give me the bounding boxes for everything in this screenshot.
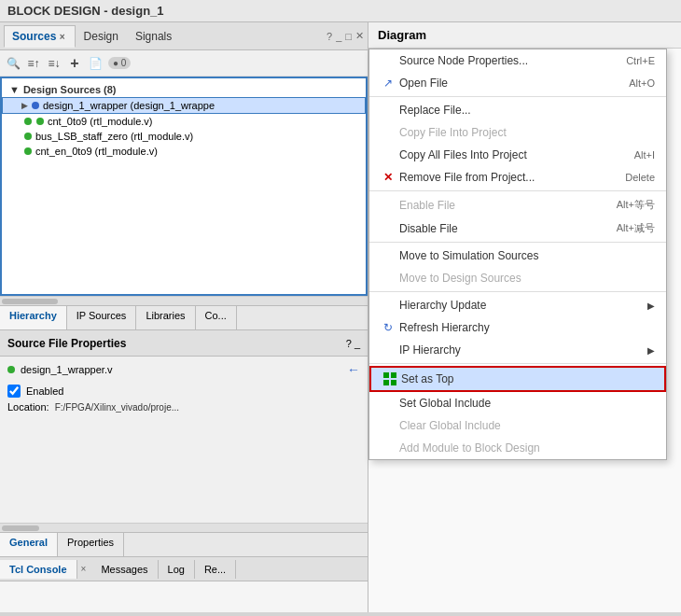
remove-icon: ✕: [381, 171, 396, 184]
expand-icon[interactable]: ≡↓: [47, 56, 62, 71]
prop-scrollbar-thumb[interactable]: [2, 525, 39, 531]
horizontal-scrollbar[interactable]: [0, 296, 368, 305]
prop-tabs: General Properties: [0, 532, 368, 556]
refresh-icon: ↻: [381, 321, 396, 334]
left-panel: Sources × Design Signals ? _ □ ✕ 🔍 ≡↑ ≡↓…: [0, 22, 368, 612]
menu-open-file[interactable]: ↗ Open File Alt+O: [369, 72, 666, 94]
title-bar: BLOCK DESIGN - design_1: [0, 0, 681, 22]
tab-sources-close[interactable]: ×: [60, 32, 65, 42]
set-as-top-icon: [382, 372, 397, 385]
context-menu: Source Node Properties... Ctrl+E ↗ Open …: [368, 49, 667, 460]
prop-scrollbar[interactable]: [0, 523, 368, 532]
minimize-icon[interactable]: _: [336, 31, 341, 42]
prop-filename: design_1_wrapper.v: [21, 364, 112, 375]
tab-actions: ? _ □ ✕: [327, 30, 364, 42]
chevron-down-icon: ▼: [9, 84, 20, 95]
tree-item-cnt0to9[interactable]: cnt_0to9 (rtl_module.v): [2, 114, 366, 129]
tab-general[interactable]: General: [0, 533, 58, 556]
file-icon[interactable]: 📄: [88, 56, 103, 71]
scrollbar-thumb[interactable]: [2, 299, 58, 304]
svg-rect-3: [391, 380, 396, 385]
menu-hierarchy-update[interactable]: Hierarchy Update ▶: [369, 294, 666, 316]
menu-ip-hierarchy[interactable]: IP Hierarchy ▶: [369, 339, 666, 361]
enabled-checkbox[interactable]: [7, 385, 21, 398]
tree-item-label: bus_LSB_staff_zero (rtl_module.v): [35, 131, 193, 142]
submenu-arrow-icon: ▶: [647, 301, 655, 311]
add-icon[interactable]: +: [67, 56, 82, 71]
tab-co[interactable]: Co...: [196, 306, 237, 329]
tab-design[interactable]: Design: [76, 25, 127, 48]
back-arrow-icon[interactable]: ←: [347, 362, 360, 377]
tab-messages[interactable]: Messages: [91, 560, 158, 579]
tree-item-buslsb[interactable]: bus_LSB_staff_zero (rtl_module.v): [2, 129, 366, 144]
enabled-label: Enabled: [26, 385, 63, 397]
separator-5: [369, 363, 666, 364]
location-row: Location: F:/FPGA/Xilinx_vivado/proje...: [7, 401, 360, 413]
svg-rect-1: [391, 372, 396, 378]
menu-move-design: Move to Design Sources: [369, 267, 666, 289]
sources-bottom-tabs: Hierarchy IP Sources Libraries Co...: [0, 305, 368, 329]
menu-source-node-props[interactable]: Source Node Properties... Ctrl+E: [369, 49, 666, 72]
menu-copy-into-project: Copy File Into Project: [369, 121, 666, 144]
prop-help-icon[interactable]: ? _: [346, 338, 360, 349]
tree-item-label: cnt_0to9 (rtl_module.v): [48, 116, 153, 127]
properties-content: design_1_wrapper.v ← Enabled Location: F…: [0, 357, 368, 523]
tab-ip-sources[interactable]: IP Sources: [67, 306, 137, 329]
tcl-content: [0, 581, 368, 612]
tab-libraries[interactable]: Libraries: [136, 306, 195, 329]
close-panel-icon[interactable]: ✕: [355, 30, 364, 42]
dot-blue: [32, 102, 39, 109]
tcl-panel: Tcl Console × Messages Log Re...: [0, 556, 368, 612]
tree-item-label: cnt_en_0to9 (rtl_module.v): [35, 146, 158, 157]
sources-toolbar: 🔍 ≡↑ ≡↓ + 📄 ● 0: [0, 50, 368, 77]
tab-signals[interactable]: Signals: [127, 25, 180, 48]
tab-sources[interactable]: Sources ×: [4, 25, 76, 48]
expand-arrow-icon: ▶: [21, 101, 28, 110]
dot-green: [24, 118, 32, 125]
tab-properties[interactable]: Properties: [58, 533, 124, 556]
tree-item-cnten[interactable]: cnt_en_0to9 (rtl_module.v): [2, 144, 366, 159]
search-icon[interactable]: 🔍: [6, 56, 21, 71]
menu-set-as-top[interactable]: Set as Top: [369, 366, 666, 392]
separator-4: [369, 291, 666, 292]
menu-replace-file[interactable]: Replace File...: [369, 99, 666, 121]
menu-add-module: Add Module to Block Design: [369, 437, 666, 459]
sources-panel: Sources × Design Signals ? _ □ ✕ 🔍 ≡↑ ≡↓…: [0, 22, 368, 330]
menu-remove-file[interactable]: ✕ Remove File from Project... Delete: [369, 166, 666, 189]
dot-green2: [36, 118, 44, 125]
location-label: Location:: [7, 401, 49, 413]
svg-rect-2: [383, 380, 389, 385]
menu-move-sim[interactable]: Move to Simulation Sources: [369, 245, 666, 267]
separator-3: [369, 242, 666, 243]
help-icon[interactable]: ?: [327, 31, 332, 42]
menu-copy-all[interactable]: Copy All Files Into Project Alt+I: [369, 144, 666, 166]
enabled-row: Enabled: [7, 385, 360, 398]
dot-green4: [24, 147, 32, 155]
properties-header: Source File Properties ? _: [0, 330, 368, 357]
svg-rect-0: [383, 372, 389, 378]
collapse-all-icon[interactable]: ≡↑: [26, 56, 41, 71]
separator-1: [369, 96, 666, 97]
sources-tree: ▼ Design Sources (8) ▶ design_1_wrapper …: [0, 77, 368, 296]
menu-refresh-hierarchy[interactable]: ↻ Refresh Hierarchy: [369, 316, 666, 339]
dot-green3: [24, 133, 32, 140]
tab-tcl-console[interactable]: Tcl Console: [0, 560, 77, 579]
tab-re[interactable]: Re...: [195, 560, 236, 579]
menu-set-global-include[interactable]: Set Global Include: [369, 392, 666, 414]
separator-2: [369, 190, 666, 191]
prop-file-row: design_1_wrapper.v ←: [7, 362, 360, 377]
tree-item-design-wrapper[interactable]: ▶ design_1_wrapper (design_1_wrappe: [2, 97, 366, 114]
open-file-icon: ↗: [381, 77, 396, 90]
tab-log[interactable]: Log: [159, 560, 195, 579]
menu-enable-file: Enable File Alt+等号: [369, 193, 666, 217]
diagram-header: Diagram: [368, 22, 681, 49]
tcl-close-icon[interactable]: ×: [77, 560, 90, 578]
tree-item-label: design_1_wrapper (design_1_wrappe: [43, 100, 215, 111]
menu-disable-file[interactable]: Disable File Alt+减号: [369, 217, 666, 240]
properties-panel: Source File Properties ? _ design_1_wrap…: [0, 330, 368, 556]
maximize-icon[interactable]: □: [345, 31, 352, 42]
file-dot: [7, 366, 15, 373]
tab-hierarchy[interactable]: Hierarchy: [0, 306, 67, 329]
badge-count: ● 0: [108, 57, 131, 69]
app-title: BLOCK DESIGN - design_1: [7, 4, 164, 18]
